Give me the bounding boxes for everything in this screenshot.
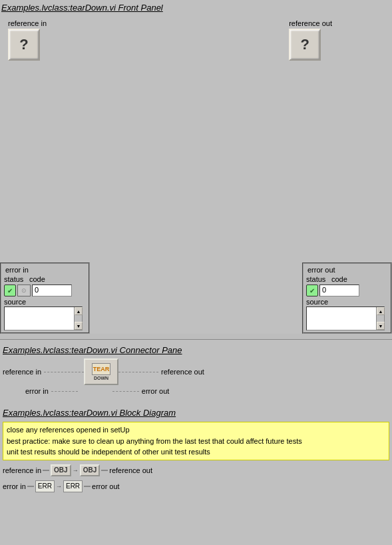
comment-line-3: unit test results should be independent … [7, 446, 385, 458]
error-in-status-label: status [4, 275, 28, 283]
error-in-cluster: error in status code ✔ ⊙ 0 source ▲ ▼ [0, 263, 90, 334]
wire-err-in [27, 486, 34, 487]
comment-line-2: best practice: make sure to clean up any… [7, 436, 385, 447]
wire-err-out [84, 486, 91, 487]
error-out-title: error out [306, 266, 388, 274]
reference-in-label: reference in [8, 19, 47, 27]
connector-reference-row: reference in TEAR DOWN reference out [3, 358, 391, 385]
scroll-down-arrow[interactable]: ▼ [75, 322, 83, 330]
error-in-source-field[interactable]: ▲ ▼ [4, 306, 83, 330]
connector-error-row: error in error out [25, 387, 391, 395]
connector-icon: TEAR [92, 363, 110, 375]
error-out-source-label: source [306, 298, 388, 306]
wire-ref-out [101, 470, 108, 471]
error-out-code-field[interactable]: 0 [319, 284, 359, 296]
wire-dashed-ref-out [118, 372, 158, 372]
wire-dashed-err-out [112, 391, 139, 392]
error-in-value-row: ✔ ⊙ 0 [4, 284, 86, 296]
arrow-right-ref: → [73, 467, 79, 474]
reference-out-label: reference out [289, 19, 332, 27]
wire-ref-in [43, 470, 49, 471]
block-diagram-section: Examples.lvclass:tearDown.vi Block Diagr… [0, 402, 392, 500]
front-panel-title: Examples.lvclass:tearDown.vi Front Panel [0, 0, 392, 14]
obj-block-2: OBJ [80, 464, 100, 476]
error-in-source-label: source [4, 298, 86, 306]
front-panel-section: Examples.lvclass:tearDown.vi Front Panel… [0, 0, 392, 340]
reference-out-control: reference out ? [289, 19, 332, 61]
block-diagram-title: Examples.lvclass:tearDown.vi Block Diagr… [1, 405, 391, 419]
error-out-source-field[interactable]: ▲ ▼ [306, 306, 385, 330]
error-in-status-row: status code [4, 275, 86, 283]
connector-text: DOWN [94, 376, 108, 380]
error-out-source-row: source ▲ ▼ [306, 298, 388, 330]
error-out-cluster: error out status code ✔ 0 source ▲ ▼ [302, 263, 392, 334]
err-block-1: ERR [35, 480, 55, 492]
error-in-title: error in [4, 266, 86, 274]
error-out-status-row: status code [306, 275, 388, 283]
error-in-code-icon: ⊙ [17, 284, 31, 296]
error-in-box: error in status code ✔ ⊙ 0 source ▲ ▼ [0, 263, 90, 334]
err-label-2: ERR [66, 482, 80, 490]
connector-block-inner: TEAR DOWN [92, 363, 110, 380]
arrow-right-err: → [56, 483, 62, 490]
error-in-source-row: source ▲ ▼ [4, 298, 86, 330]
error-out-code-label: code [331, 275, 351, 283]
front-panel-canvas: reference in ? reference out ? error in … [0, 14, 392, 334]
reference-in-icon: ? [8, 29, 40, 61]
error-in-code-label: code [29, 275, 49, 283]
connector-pane-section: Examples.lvclass:tearDown.vi Connector P… [0, 340, 392, 402]
diagram-reference-row: reference in OBJ → OBJ reference out [3, 464, 389, 476]
comment-box: close any references opened in setUp bes… [3, 422, 389, 460]
obj-label-1: OBJ [54, 466, 68, 474]
obj-block-1: OBJ [51, 464, 71, 476]
error-out-scrollbar-v[interactable]: ▲ ▼ [376, 307, 384, 330]
error-in-scrollbar-v[interactable]: ▲ ▼ [74, 307, 82, 330]
connector-error-out-label: error out [142, 387, 170, 395]
connector-vi-block: TEAR DOWN [84, 358, 118, 385]
err-block-2: ERR [63, 480, 83, 492]
wire-dashed-err-in [51, 391, 78, 392]
error-out-box: error out status code ✔ 0 source ▲ ▼ [302, 263, 392, 334]
connector-error-in-label: error in [25, 387, 49, 395]
scroll-up-arrow-out[interactable]: ▲ [377, 307, 385, 315]
comment-line-1: close any references opened in setUp [7, 424, 385, 436]
diagram-error-in-label: error in [3, 482, 26, 490]
wire-dashed-ref-in [44, 372, 84, 372]
err-label-1: ERR [38, 482, 52, 490]
error-in-code-field[interactable]: 0 [32, 284, 72, 296]
connector-reference-out-label: reference out [161, 368, 204, 376]
connector-reference-in-label: reference in [3, 368, 41, 376]
obj-label-2: OBJ [83, 466, 97, 474]
error-out-status-led: ✔ [306, 284, 318, 296]
scroll-up-arrow[interactable]: ▲ [75, 307, 83, 315]
diagram-error-row: error in ERR → ERR error out [3, 480, 389, 492]
diagram-reference-out-label: reference out [109, 466, 152, 474]
scroll-down-arrow-out[interactable]: ▼ [377, 322, 385, 330]
error-out-status-label: status [306, 275, 330, 283]
error-in-status-led: ✔ [4, 284, 16, 296]
diagram-reference-in-label: reference in [3, 466, 41, 474]
error-out-value-row: ✔ 0 [306, 284, 388, 296]
connector-pane-title: Examples.lvclass:tearDown.vi Connector P… [1, 342, 391, 356]
reference-out-icon: ? [289, 29, 321, 61]
reference-in-control: reference in ? [8, 19, 47, 61]
diagram-error-out-label: error out [92, 482, 120, 490]
